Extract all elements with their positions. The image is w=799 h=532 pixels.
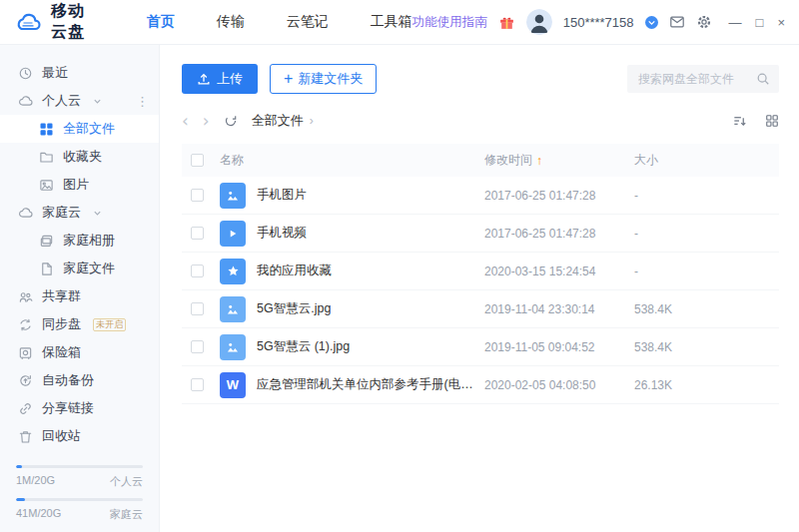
storage-meter-family: 41M/20G家庭云 (16, 498, 143, 522)
logo[interactable]: 移动云盘 (14, 1, 89, 43)
sidebar-item-family-cloud[interactable]: 家庭云 (0, 199, 159, 227)
more-menu-icon[interactable]: ⋮ (136, 94, 149, 109)
sidebar-item-personal-cloud[interactable]: 个人云⋮ (0, 87, 159, 115)
file-modified-time: 2019-11-05 09:04:52 (484, 340, 634, 354)
table-row[interactable]: 我的应用收藏2020-03-15 15:24:54- (182, 253, 779, 290)
sidebar-item-all-files[interactable]: 全部文件 (0, 115, 159, 143)
settings-gear-icon[interactable] (696, 14, 712, 30)
sidebar-item-label: 共享群 (42, 287, 81, 305)
sidebar-item-label: 保险箱 (42, 343, 81, 361)
sidebar-item-label: 自动备份 (42, 371, 94, 389)
file-size: - (634, 265, 779, 278)
upload-button[interactable]: 上传 (182, 64, 258, 94)
new-folder-label: 新建文件夹 (298, 70, 363, 88)
sidebar-item-label: 个人云 (42, 92, 81, 110)
sidebar-item-recent[interactable]: 最近 (0, 59, 159, 87)
mail-icon[interactable] (669, 14, 685, 30)
close-button[interactable]: × (777, 16, 785, 29)
breadcrumb-current[interactable]: 全部文件 (252, 112, 304, 130)
storage-used: 41M/20G (16, 507, 61, 522)
maximize-button[interactable]: □ (756, 16, 764, 29)
storage-meter-personal: 1M/20G个人云 (16, 465, 143, 489)
grid-view-icon[interactable] (765, 114, 779, 128)
new-folder-button[interactable]: + 新建文件夹 (270, 64, 377, 94)
breadcrumb[interactable]: 全部文件 › (252, 112, 314, 130)
header-name[interactable]: 名称 (220, 152, 484, 169)
sidebar-item-auto-backup[interactable]: 自动备份 (0, 366, 159, 394)
row-checkbox[interactable] (191, 378, 204, 391)
table-row[interactable]: W应急管理部机关单位内部参考手册(电子版).docx2020-02-05 04:… (182, 366, 779, 404)
group-icon (18, 289, 33, 304)
search-box[interactable] (627, 65, 779, 93)
storage-section: 1M/20G个人云41M/20G家庭云 (0, 454, 159, 532)
header-time[interactable]: 修改时间 ↑ (484, 152, 634, 169)
file-name[interactable]: 5G智慧云 (1).jpg (257, 338, 350, 355)
cloud-logo-icon (14, 12, 44, 33)
backup-icon (18, 373, 33, 388)
chevron-down-icon[interactable] (93, 209, 102, 218)
file-name[interactable]: 我的应用收藏 (257, 263, 332, 279)
row-checkbox[interactable] (191, 302, 204, 315)
row-checkbox[interactable] (191, 265, 204, 277)
word-file-icon: W (220, 372, 246, 398)
sidebar-item-label: 图片 (63, 176, 89, 194)
row-checkbox[interactable] (191, 189, 204, 202)
usage-guide-link[interactable]: 功能使用指南 (412, 14, 487, 31)
table-row[interactable]: 5G智慧云 (1).jpg2019-11-05 09:04:52538.4K (182, 328, 779, 366)
tab-cloud-notes[interactable]: 云笔记 (287, 13, 329, 31)
tab-home[interactable]: 首页 (147, 13, 175, 31)
path-bar: ‹ › 全部文件 › (182, 109, 779, 133)
tab-transfer[interactable]: 传输 (217, 13, 245, 31)
tab-toolbox[interactable]: 工具箱 (371, 13, 412, 31)
back-icon[interactable]: ‹ (182, 113, 189, 130)
app-title: 移动云盘 (51, 1, 89, 43)
search-input[interactable] (636, 71, 750, 87)
album-icon (39, 234, 54, 249)
sidebar-item-safe-box[interactable]: 保险箱 (0, 338, 159, 366)
sidebar-item-share-links[interactable]: 分享链接 (0, 394, 159, 422)
main-content: 上传 + 新建文件夹 ‹ › (160, 45, 799, 532)
row-checkbox[interactable] (191, 227, 204, 240)
file-name[interactable]: 手机图片 (257, 187, 307, 204)
row-checkbox[interactable] (191, 340, 204, 353)
image-file-icon (220, 296, 246, 322)
file-modified-time: 2019-11-04 23:30:14 (484, 302, 634, 316)
sidebar-item-family-album[interactable]: 家庭相册 (0, 227, 159, 255)
folder-image-icon (220, 183, 246, 209)
account-number[interactable]: 150****7158 (563, 15, 634, 30)
table-row[interactable]: 手机视频2017-06-25 01:47:28- (182, 215, 779, 253)
header-time-label: 修改时间 (484, 152, 532, 169)
file-modified-time: 2020-03-15 15:24:54 (484, 265, 634, 278)
view-options (732, 114, 779, 129)
upload-icon (197, 72, 211, 86)
forward-icon[interactable]: › (203, 113, 210, 130)
table-row[interactable]: 手机图片2017-06-25 01:47:28- (182, 177, 779, 215)
refresh-icon[interactable] (224, 114, 238, 128)
file-size: 538.4K (634, 340, 779, 354)
file-name[interactable]: 应急管理部机关单位内部参考手册(电子版).docx (257, 376, 484, 393)
sidebar-item-family-files[interactable]: 家庭文件 (0, 255, 159, 282)
avatar[interactable] (526, 9, 552, 35)
gift-icon[interactable] (498, 14, 515, 31)
app-window: 移动云盘 首页传输云笔记工具箱 功能使用指南 150****7158 — (0, 0, 799, 532)
sidebar-item-label: 全部文件 (63, 120, 115, 138)
sidebar-item-label: 回收站 (42, 427, 81, 445)
sidebar-item-sync-drive[interactable]: 同步盘未开启 (0, 310, 159, 338)
topbar-right: 功能使用指南 150****7158 — □ × (412, 9, 785, 35)
sidebar-item-recycle-bin[interactable]: 回收站 (0, 422, 159, 450)
sidebar-item-favorites[interactable]: 收藏夹 (0, 143, 159, 171)
minimize-button[interactable]: — (729, 16, 742, 29)
select-all-checkbox[interactable] (191, 154, 204, 167)
table-row[interactable]: 5G智慧云.jpg2019-11-04 23:30:14538.4K (182, 290, 779, 328)
file-table: 名称 修改时间 ↑ 大小 手机图片2017-06-25 01:47:28-手机视… (182, 144, 779, 532)
search-icon[interactable] (756, 72, 770, 86)
file-modified-time: 2017-06-25 01:47:28 (484, 227, 634, 241)
chevron-down-icon[interactable] (93, 97, 102, 106)
sidebar-item-pictures[interactable]: 图片 (0, 171, 159, 199)
header-size[interactable]: 大小 (634, 152, 779, 169)
member-dropdown-icon[interactable] (645, 16, 658, 29)
sidebar-item-shared-groups[interactable]: 共享群 (0, 282, 159, 310)
file-name[interactable]: 手机视频 (257, 225, 307, 242)
sort-order-icon[interactable] (732, 114, 747, 129)
file-name[interactable]: 5G智慧云.jpg (257, 300, 331, 317)
